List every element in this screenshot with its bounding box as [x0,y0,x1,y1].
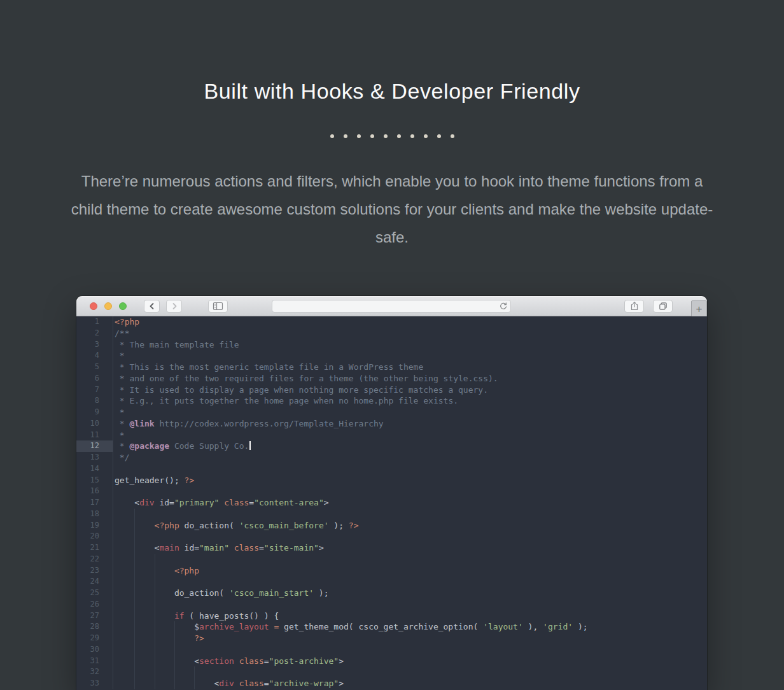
line-number: 7 [76,384,113,396]
dot [397,134,401,138]
line-number: 12 [76,440,113,452]
line-number: 22 [76,554,113,565]
code-line: 9 * [76,407,707,418]
traffic-lights [90,302,127,310]
code-line: 4 * [76,350,707,362]
code-line: 7 * It is used to display a page when no… [76,384,707,396]
section-title: Built with Hooks & Developer Friendly [0,79,784,104]
browser-toolbar: + [76,296,707,316]
traffic-light-close[interactable] [90,302,97,310]
line-number: 6 [76,373,113,384]
code-line: 29?> [76,633,707,644]
dot [451,134,454,138]
tabs-icon [658,301,668,311]
code-line: 33<div class="archive-wrap"> [76,678,707,689]
dot [357,134,361,138]
line-number: 24 [76,576,113,588]
code-line: 3 * The main template file [76,339,707,351]
chevron-left-icon [147,301,157,311]
code-line: 30 [76,644,707,656]
section-description: There’re numerous actions and filters, w… [69,167,715,251]
line-number: 30 [76,644,113,656]
line-number: 32 [76,666,113,678]
code-lines: 1<?php2/**3 * The main template file4 *5… [76,316,707,689]
line-number: 27 [76,610,113,622]
line-number: 29 [76,633,113,644]
code-line: 25do_action( 'csco_main_start' ); [76,588,707,599]
back-button[interactable] [144,300,160,313]
code-line: 19<?php do_action( 'csco_main_before' );… [76,520,707,532]
code-line: 11 * [76,430,707,441]
dot [344,134,347,138]
line-number: 10 [76,418,113,430]
line-number: 5 [76,362,113,373]
code-line: 32 [76,666,707,678]
chevron-right-icon [169,301,179,311]
divider-dots [0,134,784,138]
line-number: 25 [76,588,113,599]
line-number: 15 [76,475,113,486]
line-number: 21 [76,542,113,554]
traffic-light-zoom[interactable] [119,302,127,310]
text-cursor [249,441,251,450]
dot [384,134,388,138]
address-bar [272,300,511,313]
code-line: 31<section class="post-archive"> [76,656,707,667]
code-line: 13 */ [76,452,707,463]
code-line: 16 [76,486,707,497]
line-number: 17 [76,497,113,509]
line-number: 3 [76,339,113,351]
code-line: 2/** [76,328,707,339]
browser-window: + 1<?php2/**3 * The main template file4 … [76,296,707,690]
line-number: 8 [76,395,113,407]
dot [410,134,414,138]
address-input[interactable] [272,300,496,312]
line-number: 18 [76,509,113,520]
code-line: 23<?php [76,565,707,577]
line-number: 33 [76,678,113,689]
code-line: 5 * This is the most generic template fi… [76,362,707,373]
code-line: 22 [76,554,707,565]
code-line: 24 [76,576,707,588]
plus-icon: + [696,304,703,314]
new-tab-button[interactable]: + [691,300,707,318]
line-number: 1 [76,316,113,328]
sidebar-icon [213,301,223,311]
code-line: 12 * @package Code Supply Co. [76,440,707,452]
code-editor[interactable]: 1<?php2/**3 * The main template file4 *5… [76,316,707,690]
code-line: 14 [76,463,707,475]
line-number: 31 [76,656,113,667]
dot [424,134,428,138]
line-number: 11 [76,430,113,441]
code-line: 18 [76,509,707,520]
code-line: 26 [76,599,707,610]
share-button[interactable] [624,300,644,313]
code-line: 1<?php [76,316,707,328]
tabs-overview-button[interactable] [653,300,673,313]
code-line: 21<main id="main" class="site-main"> [76,542,707,554]
code-line: 27if ( have_posts() ) { [76,610,707,622]
line-number: 4 [76,350,113,362]
code-line: 20 [76,531,707,542]
dot [370,134,374,138]
code-line: 15get_header(); ?> [76,475,707,486]
line-number: 9 [76,407,113,418]
line-number: 16 [76,486,113,497]
code-line: 6 * and one of the two required files fo… [76,373,707,384]
line-number: 23 [76,565,113,577]
line-number: 19 [76,520,113,532]
reload-button[interactable] [496,300,510,312]
code-line: 10 * @link http://codex.wordpress.org/Te… [76,418,707,430]
code-line: 8 * E.g., it puts together the home page… [76,395,707,407]
line-number: 20 [76,531,113,542]
line-number: 26 [76,599,113,610]
line-number: 13 [76,452,113,463]
code-line: 17<div id="primary" class="content-area"… [76,497,707,509]
forward-button[interactable] [166,300,182,313]
line-number: 2 [76,328,113,339]
traffic-light-minimize[interactable] [104,302,112,310]
sidebar-toggle-button[interactable] [208,300,228,313]
dot [437,134,441,138]
dot [330,134,334,138]
share-icon [629,301,640,311]
